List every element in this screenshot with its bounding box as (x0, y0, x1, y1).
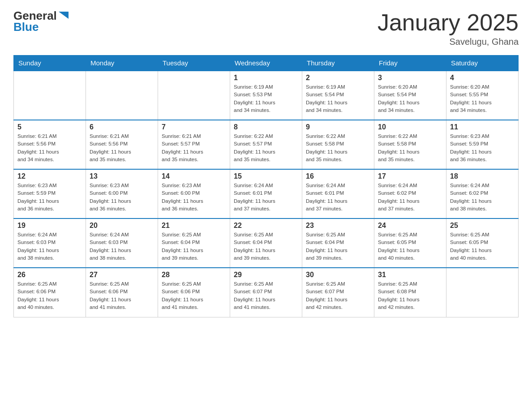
day-info: Sunrise: 6:20 AM Sunset: 5:55 PM Dayligh… (450, 83, 515, 114)
day-info: Sunrise: 6:25 AM Sunset: 6:04 PM Dayligh… (162, 231, 226, 262)
calendar-cell: 19Sunrise: 6:24 AM Sunset: 6:03 PM Dayli… (14, 218, 86, 268)
day-info: Sunrise: 6:21 AM Sunset: 5:56 PM Dayligh… (90, 133, 154, 163)
day-number: 13 (90, 172, 154, 180)
day-info: Sunrise: 6:25 AM Sunset: 6:06 PM Dayligh… (17, 280, 82, 311)
day-info: Sunrise: 6:20 AM Sunset: 5:54 PM Dayligh… (378, 83, 442, 114)
day-number: 28 (162, 271, 226, 279)
day-info: Sunrise: 6:24 AM Sunset: 6:02 PM Dayligh… (378, 182, 442, 213)
day-number: 8 (234, 123, 298, 131)
day-info: Sunrise: 6:22 AM Sunset: 5:57 PM Dayligh… (234, 133, 298, 163)
calendar-cell: 14Sunrise: 6:23 AM Sunset: 6:00 PM Dayli… (158, 169, 230, 218)
calendar-cell: 25Sunrise: 6:25 AM Sunset: 6:05 PM Dayli… (446, 218, 519, 268)
calendar-cell (86, 71, 158, 120)
day-info: Sunrise: 6:21 AM Sunset: 5:57 PM Dayligh… (162, 133, 226, 163)
calendar-cell (158, 71, 230, 120)
col-monday: Monday (86, 56, 158, 71)
day-number: 11 (450, 123, 515, 131)
day-info: Sunrise: 6:24 AM Sunset: 6:03 PM Dayligh… (90, 231, 154, 262)
day-number: 21 (162, 222, 226, 230)
calendar-cell: 21Sunrise: 6:25 AM Sunset: 6:04 PM Dayli… (158, 218, 230, 268)
day-number: 20 (90, 222, 154, 230)
calendar-cell: 5Sunrise: 6:21 AM Sunset: 5:56 PM Daylig… (14, 120, 86, 169)
calendar-cell: 27Sunrise: 6:25 AM Sunset: 6:06 PM Dayli… (86, 268, 158, 317)
calendar-cell: 18Sunrise: 6:24 AM Sunset: 6:02 PM Dayli… (446, 169, 519, 218)
calendar-cell: 22Sunrise: 6:25 AM Sunset: 6:04 PM Dayli… (230, 218, 302, 268)
day-number: 1 (234, 74, 298, 82)
day-info: Sunrise: 6:22 AM Sunset: 5:58 PM Dayligh… (378, 133, 442, 163)
calendar-cell: 7Sunrise: 6:21 AM Sunset: 5:57 PM Daylig… (158, 120, 230, 169)
calendar-cell: 15Sunrise: 6:24 AM Sunset: 6:01 PM Dayli… (230, 169, 302, 218)
calendar-cell: 4Sunrise: 6:20 AM Sunset: 5:55 PM Daylig… (446, 71, 519, 120)
day-info: Sunrise: 6:25 AM Sunset: 6:08 PM Dayligh… (378, 280, 442, 311)
day-info: Sunrise: 6:25 AM Sunset: 6:05 PM Dayligh… (378, 231, 442, 262)
day-info: Sunrise: 6:19 AM Sunset: 5:53 PM Dayligh… (234, 83, 298, 114)
day-number: 17 (378, 172, 442, 180)
calendar-cell: 16Sunrise: 6:24 AM Sunset: 6:01 PM Dayli… (302, 169, 374, 218)
day-number: 2 (306, 74, 370, 82)
day-number: 5 (17, 123, 82, 131)
logo-blue: Blue (13, 20, 39, 34)
day-info: Sunrise: 6:23 AM Sunset: 5:59 PM Dayligh… (450, 133, 515, 163)
day-number: 12 (17, 172, 82, 180)
calendar-cell: 3Sunrise: 6:20 AM Sunset: 5:54 PM Daylig… (374, 71, 446, 120)
calendar-cell: 24Sunrise: 6:25 AM Sunset: 6:05 PM Dayli… (374, 218, 446, 268)
week-row-1: 1Sunrise: 6:19 AM Sunset: 5:53 PM Daylig… (14, 71, 519, 120)
calendar-title: January 2025 (378, 9, 519, 36)
day-info: Sunrise: 6:23 AM Sunset: 6:00 PM Dayligh… (162, 182, 226, 213)
calendar-cell (446, 268, 519, 317)
logo-arrow-icon (58, 10, 70, 22)
calendar-cell: 26Sunrise: 6:25 AM Sunset: 6:06 PM Dayli… (14, 268, 86, 317)
week-row-2: 5Sunrise: 6:21 AM Sunset: 5:56 PM Daylig… (14, 120, 519, 169)
day-info: Sunrise: 6:25 AM Sunset: 6:04 PM Dayligh… (306, 231, 370, 262)
day-info: Sunrise: 6:23 AM Sunset: 6:00 PM Dayligh… (90, 182, 154, 213)
day-number: 16 (306, 172, 370, 180)
day-number: 15 (234, 172, 298, 180)
calendar-cell: 2Sunrise: 6:19 AM Sunset: 5:54 PM Daylig… (302, 71, 374, 120)
calendar-cell: 13Sunrise: 6:23 AM Sunset: 6:00 PM Dayli… (86, 169, 158, 218)
calendar-cell: 20Sunrise: 6:24 AM Sunset: 6:03 PM Dayli… (86, 218, 158, 268)
day-number: 22 (234, 222, 298, 230)
day-number: 6 (90, 123, 154, 131)
col-thursday: Thursday (302, 56, 374, 71)
day-number: 30 (306, 271, 370, 279)
day-number: 19 (17, 222, 82, 230)
calendar-cell: 9Sunrise: 6:22 AM Sunset: 5:58 PM Daylig… (302, 120, 374, 169)
calendar-cell: 6Sunrise: 6:21 AM Sunset: 5:56 PM Daylig… (86, 120, 158, 169)
col-friday: Friday (374, 56, 446, 71)
day-info: Sunrise: 6:21 AM Sunset: 5:56 PM Dayligh… (17, 133, 82, 163)
day-number: 23 (306, 222, 370, 230)
calendar-cell: 31Sunrise: 6:25 AM Sunset: 6:08 PM Dayli… (374, 268, 446, 317)
day-number: 25 (450, 222, 515, 230)
calendar-cell: 12Sunrise: 6:23 AM Sunset: 5:59 PM Dayli… (14, 169, 86, 218)
calendar-cell: 30Sunrise: 6:25 AM Sunset: 6:07 PM Dayli… (302, 268, 374, 317)
week-row-4: 19Sunrise: 6:24 AM Sunset: 6:03 PM Dayli… (14, 218, 519, 268)
day-info: Sunrise: 6:22 AM Sunset: 5:58 PM Dayligh… (306, 133, 370, 163)
day-number: 3 (378, 74, 442, 82)
day-info: Sunrise: 6:25 AM Sunset: 6:07 PM Dayligh… (306, 280, 370, 311)
page-header: General Blue January 2025 Savelugu, Ghan… (13, 9, 519, 47)
day-info: Sunrise: 6:24 AM Sunset: 6:01 PM Dayligh… (306, 182, 370, 213)
day-info: Sunrise: 6:25 AM Sunset: 6:05 PM Dayligh… (450, 231, 515, 262)
day-number: 7 (162, 123, 226, 131)
day-number: 9 (306, 123, 370, 131)
week-row-5: 26Sunrise: 6:25 AM Sunset: 6:06 PM Dayli… (14, 268, 519, 317)
day-info: Sunrise: 6:24 AM Sunset: 6:01 PM Dayligh… (234, 182, 298, 213)
day-info: Sunrise: 6:23 AM Sunset: 5:59 PM Dayligh… (17, 182, 82, 213)
week-row-3: 12Sunrise: 6:23 AM Sunset: 5:59 PM Dayli… (14, 169, 519, 218)
calendar-cell: 11Sunrise: 6:23 AM Sunset: 5:59 PM Dayli… (446, 120, 519, 169)
calendar-header-row: Sunday Monday Tuesday Wednesday Thursday… (14, 56, 519, 71)
svg-marker-0 (59, 12, 69, 19)
day-number: 29 (234, 271, 298, 279)
day-number: 24 (378, 222, 442, 230)
day-info: Sunrise: 6:19 AM Sunset: 5:54 PM Dayligh… (306, 83, 370, 114)
calendar-cell (14, 71, 86, 120)
day-info: Sunrise: 6:24 AM Sunset: 6:03 PM Dayligh… (17, 231, 82, 262)
day-number: 27 (90, 271, 154, 279)
day-info: Sunrise: 6:25 AM Sunset: 6:07 PM Dayligh… (234, 280, 298, 311)
calendar-subtitle: Savelugu, Ghana (378, 37, 519, 47)
calendar-cell: 1Sunrise: 6:19 AM Sunset: 5:53 PM Daylig… (230, 71, 302, 120)
calendar-cell: 23Sunrise: 6:25 AM Sunset: 6:04 PM Dayli… (302, 218, 374, 268)
calendar-cell: 17Sunrise: 6:24 AM Sunset: 6:02 PM Dayli… (374, 169, 446, 218)
calendar-table: Sunday Monday Tuesday Wednesday Thursday… (13, 55, 519, 317)
title-section: January 2025 Savelugu, Ghana (378, 9, 519, 47)
